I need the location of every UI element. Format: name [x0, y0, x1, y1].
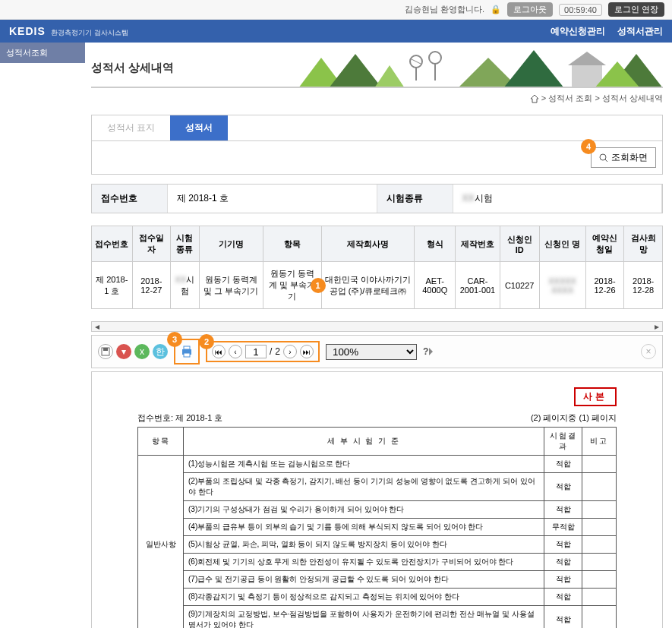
toolbar: 4 조회화면 — [91, 140, 663, 175]
save-report-icon[interactable] — [98, 344, 113, 359]
crumb-1[interactable]: 성적서 조회 — [548, 93, 592, 103]
th-1: 접수일자 — [132, 226, 171, 262]
doc-r3: (3)기기의 구성상태가 점검 및 수리가 용이하게 되어 있어야 한다 — [184, 501, 544, 519]
report-toolbar: ▾ x 한 3 2 ⏮ ‹ / 2 › ⏭ 100% — [91, 335, 663, 368]
doc-th-res: 시험결과 — [544, 428, 582, 456]
page-current-input[interactable] — [245, 345, 267, 358]
th-0: 접수번호 — [92, 226, 133, 262]
td-5: 대한민국 이야사까기기공업 (주)/큐로테크㈜ — [321, 262, 415, 309]
callout-4: 4 — [581, 139, 596, 154]
hero-banner: 성적서 상세내역 — [91, 43, 663, 88]
td-1: 2018-12-27 — [132, 262, 171, 309]
main-content: 성적서 상세내역 > 성적서 조회 > 성적서 상세내역 — [85, 43, 672, 628]
logout-button[interactable]: 로그아웃 — [507, 2, 553, 17]
doc-th-std: 세 부 시 험 기 준 — [184, 428, 544, 456]
page-title: 성적서 상세내역 — [91, 61, 174, 75]
info-value-receipt: 제 2018-1 호 — [168, 185, 377, 213]
search-button-label: 조회화면 — [611, 151, 648, 164]
export-hwp-icon[interactable]: 한 — [153, 344, 168, 359]
td-6: AET-4000Q — [415, 262, 456, 309]
page-first-button[interactable]: ⏮ — [212, 345, 226, 358]
lock-icon: 🔒 — [491, 5, 501, 14]
close-viewer-button[interactable]: × — [641, 344, 656, 359]
main-nav: 예약신청관리 성적서관리 — [551, 25, 663, 38]
doc-r2: (2)부품의 조립상태 및 각종 측정기, 감지기, 배선 등이 기기의 성능에… — [184, 473, 544, 501]
page-total: 2 — [275, 346, 280, 357]
callout-1: 1 — [311, 278, 326, 293]
td-0: 제 2018-1 호 — [92, 262, 133, 309]
extend-session-button[interactable]: 로그인 연장 — [608, 2, 664, 17]
th-4: 항목 — [263, 226, 321, 262]
sidebar: 성적서조회 — [0, 43, 85, 628]
sidebar-report-search[interactable]: 성적서조회 — [0, 43, 85, 63]
td-9: XXXXX XXXX — [539, 262, 585, 309]
scroll-right-icon[interactable]: ▸ — [651, 322, 662, 331]
tab-cover[interactable]: 성적서 표지 — [92, 115, 170, 140]
print-icon — [180, 345, 194, 358]
th-9: 신청인 명 — [539, 226, 585, 262]
doc-page-info: (2) 페이지중 (1) 페이지 — [531, 412, 617, 424]
tabs: 성적서 표지 성적서 — [91, 115, 663, 140]
svg-marker-11 — [568, 52, 606, 65]
page-next-button[interactable]: › — [283, 345, 297, 358]
welcome-text: 김승현님 환영합니다. — [405, 4, 484, 15]
svg-marker-9 — [503, 50, 564, 88]
logo-wrap: KEDIS 환경측정기기 검사시스템 — [9, 25, 128, 38]
doc-r5: (5)시험상 균열, 파손, 피막, 열화 등이 되지 않도록 방지장치 등이 … — [184, 536, 544, 554]
svg-line-5 — [410, 58, 422, 65]
horizontal-scrollbar[interactable]: ◂ ▸ — [91, 321, 663, 332]
page-separator: / — [270, 346, 272, 357]
th-6: 형식 — [415, 226, 456, 262]
doc-r8: (8)각종감지기 및 측정기 등이 정상적으로 감지되고 측정되는 위치에 있어… — [184, 589, 544, 606]
home-icon — [530, 94, 539, 103]
info-label-receipt: 접수번호 — [92, 185, 168, 213]
td-4-text: 원동기 동력계 및 부속기기 — [269, 269, 315, 301]
doc-r7: (7)급수 및 전기공급 등이 원활히 안정되게 공급할 수 있도록 되어 있어… — [184, 571, 544, 589]
svg-rect-19 — [184, 346, 190, 349]
logo-subtitle: 환경측정기기 검사시스템 — [51, 29, 128, 36]
copy-stamp: 사본 — [574, 387, 617, 406]
zoom-select[interactable]: 100% — [326, 344, 417, 360]
callout-2: 2 — [199, 334, 214, 349]
doc-res: 적합 — [544, 456, 582, 473]
td-2: XX시험 — [171, 262, 200, 309]
help-icon[interactable]: ? — [423, 346, 437, 357]
page-last-button[interactable]: ⏭ — [300, 345, 314, 358]
search-screen-button[interactable]: 조회화면 — [591, 147, 656, 168]
td-7: CAR-2001-001 — [456, 262, 500, 309]
td-10: 2018-12-26 — [585, 262, 624, 309]
crumb-2: 성적서 상세내역 — [602, 93, 663, 103]
table-row[interactable]: 제 2018-1 호 2018-12-27 XX시험 원동기 동력계 및 그 부… — [92, 262, 663, 309]
print-button[interactable] — [178, 342, 196, 361]
tab-report[interactable]: 성적서 — [170, 115, 228, 140]
th-10: 예약신청일 — [585, 226, 624, 262]
doc-r4: (4)부품의 급유부 등이 외부의 습기 및 기름 등에 의해 부식되지 않도록… — [184, 519, 544, 536]
td-8: C10227 — [500, 262, 539, 309]
svg-rect-20 — [184, 353, 190, 357]
topbar: 김승현님 환영합니다. 🔒 로그아웃 00:59:40 로그인 연장 — [0, 0, 672, 20]
th-5: 제작회사명 — [321, 226, 415, 262]
svg-line-15 — [605, 159, 607, 162]
th-2: 시험종류 — [171, 226, 200, 262]
doc-group-general: 일반사항 — [138, 456, 184, 629]
search-icon — [599, 153, 608, 163]
nav-reservation[interactable]: 예약신청관리 — [551, 25, 605, 38]
scroll-left-icon[interactable]: ◂ — [92, 322, 103, 331]
td-3: 원동기 동력계 및 그 부속기기 — [199, 262, 263, 309]
doc-r6: (6)회전체 및 기기의 상호 무게 의한 안전성이 유지될 수 있도록 안전장… — [184, 554, 544, 571]
export-pdf-icon[interactable]: ▾ — [116, 344, 131, 359]
callout-3: 3 — [167, 332, 182, 347]
table-header-row: 접수번호 접수일자 시험종류 기기명 항목 제작회사명 형식 제작번호 신청인 … — [92, 226, 663, 262]
td-11: 2018-12-28 — [624, 262, 663, 309]
export-excel-icon[interactable]: x — [134, 344, 150, 359]
document-table: 항목 세 부 시 험 기 준 시험결과 비고 일반사항(1)성능시험은 계측시험… — [137, 427, 617, 628]
th-11: 검사희망 — [624, 226, 663, 262]
svg-point-14 — [600, 154, 606, 160]
doc-th-note: 비고 — [582, 428, 617, 456]
results-table: 접수번호 접수일자 시험종류 기기명 항목 제작회사명 형식 제작번호 신청인 … — [91, 226, 663, 309]
info-bar: 접수번호 제 2018-1 호 시험종류 XX시험 — [91, 184, 663, 213]
page-prev-button[interactable]: ‹ — [229, 345, 242, 358]
nav-report[interactable]: 성적서관리 — [617, 25, 663, 38]
svg-marker-2 — [374, 65, 405, 88]
breadcrumb: > 성적서 조회 > 성적서 상세내역 — [91, 88, 663, 112]
